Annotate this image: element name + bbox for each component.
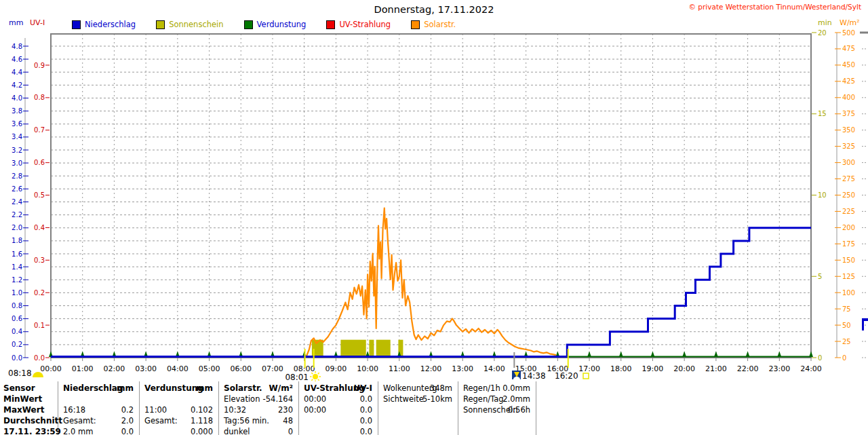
- svg-text:0: 0: [818, 354, 822, 362]
- svg-text:18:00: 18:00: [610, 364, 632, 373]
- svg-text:3.0: 3.0: [12, 159, 22, 167]
- svg-text:02:00: 02:00: [104, 364, 125, 373]
- table-cell: mm: [139, 383, 213, 393]
- svg-text:16:20: 16:20: [555, 371, 578, 381]
- table-cell: mm: [58, 383, 134, 393]
- svg-text:10: 10: [818, 191, 827, 199]
- svg-text:0.2: 0.2: [12, 341, 22, 348]
- svg-text:4.2: 4.2: [12, 81, 22, 89]
- svg-text:0.5: 0.5: [34, 191, 45, 199]
- svg-text:0.4: 0.4: [34, 224, 45, 231]
- svg-text:1.8: 1.8: [12, 237, 22, 244]
- svg-text:75: 75: [842, 305, 851, 313]
- svg-text:0.4: 0.4: [12, 328, 22, 335]
- table-cell: UV-I: [298, 383, 372, 393]
- table-row-label: Durchschnitt: [3, 416, 62, 425]
- svg-text:0: 0: [842, 354, 846, 362]
- svg-text:4.8: 4.8: [12, 43, 22, 50]
- svg-text:25: 25: [842, 338, 851, 345]
- svg-text:150: 150: [842, 257, 855, 264]
- svg-text:14:00: 14:00: [484, 364, 505, 373]
- svg-text:11:00: 11:00: [389, 364, 410, 373]
- svg-text:2.6: 2.6: [12, 185, 22, 193]
- svg-text:07:00: 07:00: [262, 364, 283, 373]
- svg-text:0.1: 0.1: [34, 322, 45, 329]
- svg-text:350: 350: [842, 126, 855, 134]
- svg-text:2.2: 2.2: [12, 211, 22, 219]
- svg-text:100: 100: [842, 289, 855, 297]
- svg-text:0.0: 0.0: [12, 354, 22, 362]
- svg-text:20:00: 20:00: [673, 364, 695, 373]
- table-cell: W/m²: [218, 383, 293, 393]
- svg-text:3.2: 3.2: [12, 147, 22, 154]
- table-cell: 0:56h: [458, 405, 530, 415]
- weather-station-screen: Donnerstag, 17.11.2022 © private Wetters…: [0, 0, 868, 435]
- svg-text:10:00: 10:00: [357, 364, 378, 373]
- svg-text:250: 250: [842, 191, 855, 199]
- svg-text:200: 200: [842, 224, 855, 231]
- table-cell: 0.0mm: [458, 383, 530, 393]
- table-cell: 5-10km: [378, 394, 452, 404]
- table-cell: 48: [218, 416, 293, 425]
- svg-text:375: 375: [842, 110, 855, 117]
- svg-text:500: 500: [842, 29, 855, 37]
- svg-text:425: 425: [842, 77, 855, 85]
- svg-text:12:00: 12:00: [420, 364, 442, 373]
- svg-text:2.4: 2.4: [12, 198, 22, 206]
- svg-text:3.6: 3.6: [12, 120, 22, 128]
- svg-text:0.3: 0.3: [34, 257, 45, 264]
- svg-text:225: 225: [842, 208, 855, 215]
- table-cell: 2.0: [58, 416, 134, 425]
- svg-text:0.8: 0.8: [34, 94, 45, 101]
- table-cell: 0.0: [58, 427, 134, 435]
- svg-text:2.8: 2.8: [12, 172, 22, 180]
- svg-text:00:00: 00:00: [40, 364, 62, 373]
- svg-text:4.4: 4.4: [12, 69, 22, 76]
- svg-text:125: 125: [842, 273, 855, 280]
- svg-text:03:00: 03:00: [135, 364, 157, 373]
- svg-text:15: 15: [818, 110, 827, 117]
- svg-text:21:00: 21:00: [705, 364, 727, 373]
- table-cell: 348m: [378, 383, 452, 393]
- svg-text:19:00: 19:00: [642, 364, 664, 373]
- svg-text:4.0: 4.0: [12, 94, 22, 102]
- svg-text:0.8: 0.8: [12, 302, 22, 309]
- summary-table: SensorMinWertMaxWertDurchschnitt17.11. 2…: [0, 381, 868, 435]
- svg-text:22:00: 22:00: [737, 364, 759, 373]
- svg-text:300: 300: [842, 159, 855, 166]
- table-cell: 0.102: [139, 405, 213, 415]
- svg-text:325: 325: [842, 143, 855, 150]
- svg-text:2.0: 2.0: [12, 224, 22, 231]
- svg-text:13:00: 13:00: [452, 364, 473, 373]
- svg-text:08:18: 08:18: [8, 368, 32, 378]
- svg-text:175: 175: [842, 240, 855, 248]
- svg-text:0.0: 0.0: [34, 354, 45, 362]
- table-cell: 0.0: [298, 427, 372, 435]
- svg-text:17:00: 17:00: [578, 364, 600, 373]
- svg-text:14:38: 14:38: [522, 371, 546, 381]
- svg-text:3.4: 3.4: [12, 133, 22, 140]
- svg-text:275: 275: [842, 175, 855, 183]
- table-cell: 0.0: [298, 416, 372, 425]
- table-cell: 0.0: [298, 405, 372, 415]
- table-cell: 2.0mm: [458, 394, 530, 404]
- svg-text:24:00: 24:00: [800, 364, 822, 373]
- table-cell: 1.118: [139, 416, 213, 425]
- table-cell: 230: [218, 405, 293, 415]
- svg-text:01:00: 01:00: [72, 364, 94, 373]
- table-row-label: MinWert: [3, 394, 42, 404]
- svg-text:475: 475: [842, 45, 855, 52]
- table-row-label: MaxWert: [3, 405, 44, 415]
- table-row-label: 17.11. 23:59: [3, 427, 61, 435]
- svg-text:1.4: 1.4: [12, 263, 22, 271]
- svg-text:4.6: 4.6: [12, 56, 22, 63]
- svg-text:0.7: 0.7: [34, 126, 45, 134]
- svg-text:04:00: 04:00: [167, 364, 189, 373]
- table-cell: 0.000: [139, 427, 213, 435]
- table-cell: 0: [218, 427, 293, 435]
- table-row-label: Sensor: [3, 383, 35, 393]
- svg-text:1.2: 1.2: [12, 276, 22, 284]
- svg-text:0.9: 0.9: [34, 62, 45, 69]
- svg-text:50: 50: [842, 322, 851, 329]
- svg-text:0.2: 0.2: [34, 289, 45, 297]
